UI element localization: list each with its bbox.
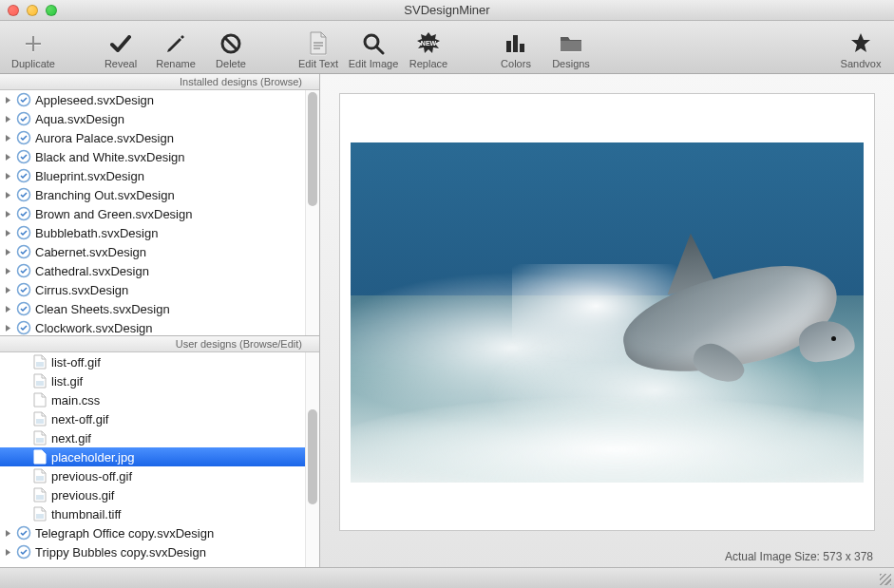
list-item[interactable]: Aurora Palace.svxDesign [0,128,305,147]
zoom-window-button[interactable] [46,5,57,16]
list-item[interactable]: Clockwork.svxDesign [0,318,305,335]
edit-image-button[interactable]: Edit Image [348,24,399,71]
window-footer [0,567,894,588]
design-package-icon [16,111,31,126]
list-item[interactable]: list.gif [0,371,305,390]
disclosure-triangle-icon[interactable] [4,229,12,237]
scrollbar-thumb[interactable] [308,92,317,206]
toolbar-label: Edit Image [349,58,399,69]
list-item[interactable]: list-off.gif [0,352,305,371]
disclosure-triangle-icon[interactable] [4,529,12,538]
designs-button[interactable]: Designs [545,24,597,71]
document-icon [305,31,332,56]
design-package-icon [16,130,31,145]
scrollbar[interactable] [305,90,319,335]
disclosure-triangle-icon[interactable] [4,286,12,294]
file-icon [32,411,48,427]
disclosure-triangle-icon[interactable] [4,191,12,199]
scrollbar[interactable] [305,352,319,567]
plus-icon [20,31,47,56]
list-item[interactable]: Clean Sheets.svxDesign [0,299,305,318]
list-item[interactable]: Aqua.svxDesign [0,109,305,128]
file-icon [32,506,48,522]
list-item[interactable]: previous.gif [0,485,305,504]
scrollbar-thumb[interactable] [308,409,317,504]
list-item[interactable]: Appleseed.svxDesign [0,90,305,109]
installed-designs-pane: Installed designs (Browse) Appleseed.svx… [0,74,319,336]
list-item[interactable]: Cirrus.svxDesign [0,280,305,299]
file-icon [32,392,48,408]
toolbar-label: Sandvox [841,58,882,69]
reveal-button[interactable]: Reveal [95,24,146,71]
disclosure-triangle-icon[interactable] [4,548,12,557]
disclosure-triangle-icon[interactable] [4,267,12,275]
file-icon [32,354,48,370]
rename-button[interactable]: Rename [150,24,201,71]
svg-rect-7 [513,35,518,52]
bars-icon [503,31,529,56]
list-item-label: list-off.gif [51,355,101,370]
disclosure-triangle-icon[interactable] [4,210,12,218]
disclosure-triangle-icon[interactable] [4,248,12,256]
list-item[interactable]: Brown and Green.svxDesign [0,204,305,223]
design-package-icon [16,320,31,335]
list-item-label: previous-off.gif [51,469,132,484]
list-item[interactable]: Cathedral.svxDesign [0,261,305,280]
window-title: SVDesignMiner [0,3,894,17]
duplicate-button[interactable]: Duplicate [8,24,59,71]
delete-button[interactable]: Delete [205,24,257,71]
list-item[interactable]: Black and White.svxDesign [0,147,305,166]
edit-text-button[interactable]: Edit Text [293,24,344,71]
disclosure-triangle-icon[interactable] [4,305,12,313]
disclosure-triangle-icon[interactable] [4,115,12,123]
list-item[interactable]: next.gif [0,428,305,447]
colors-button[interactable]: Colors [490,24,542,71]
list-item-label: Cirrus.svxDesign [35,283,128,297]
image-size-label: Actual Image Size: 573 x 378 [320,550,894,567]
list-item[interactable]: Branching Out.svxDesign [0,185,305,204]
list-item[interactable]: Cabernet.svxDesign [0,242,305,261]
toolbar-label: Replace [409,58,447,69]
user-designs-list[interactable]: list-off.giflist.gifmain.cssnext-off.gif… [0,352,319,567]
design-package-icon [16,149,31,164]
disclosure-triangle-icon[interactable] [4,153,12,161]
list-item-label: Blueprint.svxDesign [35,169,144,183]
list-item[interactable]: Blueprint.svxDesign [0,166,305,185]
disclosure-triangle-icon[interactable] [4,134,12,142]
list-item[interactable]: Trippy Bubbles copy.svxDesign [0,542,305,561]
list-item-label: Bubblebath.svxDesign [35,226,158,240]
list-item-label: Aurora Palace.svxDesign [35,131,174,145]
list-item[interactable]: next-off.gif [0,409,305,428]
list-item[interactable]: Bubblebath.svxDesign [0,223,305,242]
minimize-window-button[interactable] [27,5,38,16]
svg-rect-23 [36,381,44,386]
design-package-icon [16,301,31,316]
close-window-button[interactable] [8,5,19,16]
disclosure-triangle-icon[interactable] [4,324,12,332]
svg-rect-26 [36,457,44,462]
list-item-label: main.css [51,393,100,408]
toolbar-label: Duplicate [11,58,55,69]
svg-rect-6 [506,41,511,52]
design-package-icon [16,168,31,183]
list-item[interactable]: main.css [0,390,305,409]
design-package-icon [16,206,31,221]
file-icon [32,430,48,446]
list-item[interactable]: thumbnail.tiff [0,504,305,523]
list-item[interactable]: Telegraph Office copy.svxDesign [0,523,305,542]
installed-designs-list[interactable]: Appleseed.svxDesignAqua.svxDesignAurora … [0,90,319,335]
preview-image [351,142,864,483]
svg-rect-22 [36,362,44,367]
disclosure-triangle-icon[interactable] [4,172,12,180]
list-item[interactable]: placeholder.jpg [0,447,305,466]
svg-line-3 [376,47,383,53]
list-item[interactable]: previous-off.gif [0,466,305,485]
disclosure-triangle-icon[interactable] [4,96,12,104]
replace-button[interactable]: NEW Replace [403,24,454,71]
file-icon [32,468,48,484]
list-item-label: next.gif [51,431,91,446]
check-icon [107,31,134,56]
svg-rect-27 [36,476,44,481]
sandvox-button[interactable]: Sandvox [835,24,886,71]
list-item-label: Clean Sheets.svxDesign [35,302,170,316]
